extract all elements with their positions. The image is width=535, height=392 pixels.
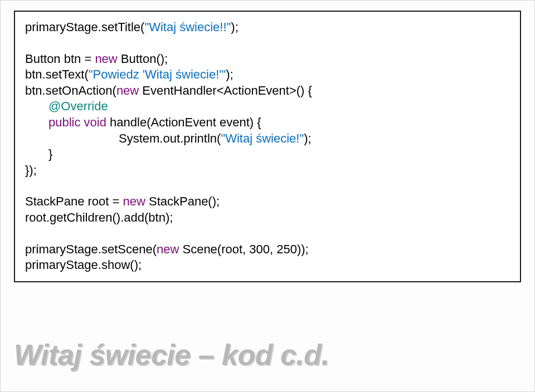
- code-keyword: new: [157, 242, 179, 256]
- code-line: StackPane root = new StackPane();: [25, 194, 510, 210]
- slide-title: Witaj świecie – kod c.d.: [14, 338, 329, 371]
- code-line: });: [25, 163, 510, 179]
- code-keyword: new: [116, 84, 139, 97]
- code-text: Button btn =: [25, 52, 95, 66]
- code-line: }: [48, 146, 510, 163]
- code-text: );: [231, 20, 238, 34]
- code-line: System.out.println("Witaj świecie!");: [119, 131, 510, 147]
- code-line: Button btn = new Button();: [25, 51, 510, 67]
- code-line: public void handle(ActionEvent event) {: [48, 115, 510, 131]
- code-text: System.out.println(: [119, 131, 221, 145]
- code-string: "Witaj świecie!": [221, 131, 304, 145]
- code-keyword: new: [95, 52, 117, 66]
- code-text: );: [226, 67, 233, 81]
- code-line: primaryStage.show();: [25, 257, 510, 273]
- code-text: primaryStage.show();: [25, 258, 142, 272]
- code-text: }: [48, 147, 52, 161]
- code-string: "Witaj świecie!!": [144, 20, 231, 34]
- code-text: EventHandler<ActionEvent>() {: [139, 84, 312, 97]
- code-line: primaryStage.setScene(new Scene(root, 30…: [25, 242, 510, 258]
- code-text: primaryStage.setScene(: [25, 242, 157, 256]
- code-line: btn.setText("Powiedz 'Witaj świecie!'");: [25, 67, 510, 83]
- code-text: });: [25, 163, 37, 177]
- blank-line: [25, 178, 510, 194]
- code-text: StackPane root =: [25, 194, 123, 208]
- slide-container: primaryStage.setTitle("Witaj świecie!!")…: [0, 0, 535, 392]
- code-annotation: @Override: [48, 99, 108, 113]
- code-text: StackPane();: [145, 194, 220, 208]
- blank-line: [25, 226, 510, 242]
- code-line: @Override: [48, 99, 510, 115]
- code-text: handle(ActionEvent event) {: [106, 115, 261, 129]
- code-line: btn.setOnAction(new EventHandler<ActionE…: [25, 83, 510, 99]
- code-text: Scene(root, 300, 250));: [179, 242, 308, 256]
- code-text: Button();: [118, 52, 168, 66]
- code-text: btn.setOnAction(: [25, 84, 116, 97]
- code-box: primaryStage.setTitle("Witaj świecie!!")…: [14, 11, 521, 282]
- code-text: btn.setText(: [25, 67, 89, 81]
- code-keyword: new: [123, 194, 145, 208]
- title-wrapper: Witaj świecie – kod c.d.: [14, 338, 329, 371]
- code-text: root.getChildren().add(btn);: [25, 210, 173, 224]
- code-line: root.getChildren().add(btn);: [25, 210, 510, 226]
- code-string: "Powiedz 'Witaj świecie!'": [89, 67, 226, 81]
- code-text: );: [304, 131, 311, 145]
- blank-line: [25, 36, 510, 51]
- code-keyword: public void: [48, 115, 106, 129]
- code-text: primaryStage.setTitle(: [25, 20, 144, 34]
- code-line: primaryStage.setTitle("Witaj świecie!!")…: [25, 19, 510, 36]
